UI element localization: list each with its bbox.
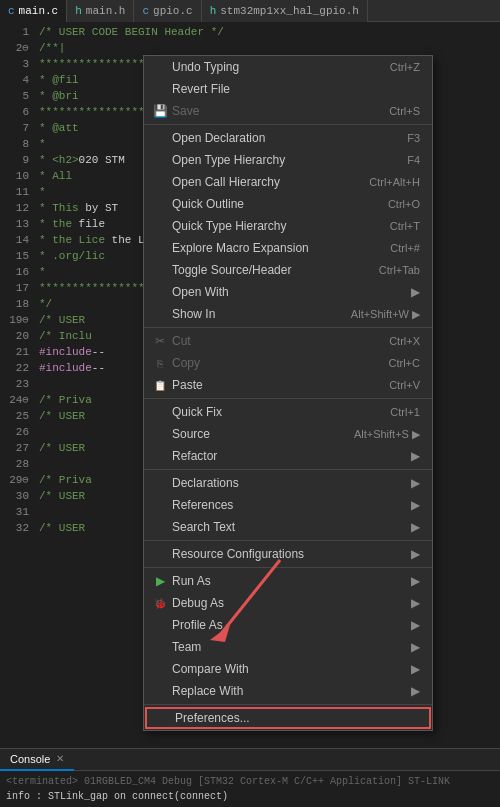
menu-label-replace-with: Replace With (172, 684, 243, 698)
context-menu: Undo Typing Ctrl+Z Revert File 💾 Save Ct… (143, 55, 433, 731)
menu-item-debug-as[interactable]: 🐞 Debug As ▶ (144, 592, 432, 614)
menu-item-quick-type[interactable]: Quick Type Hierarchy Ctrl+T (144, 215, 432, 237)
menu-item-explore-macro[interactable]: Explore Macro Expansion Ctrl+# (144, 237, 432, 259)
menu-item-cut[interactable]: ✂ Cut Ctrl+X (144, 330, 432, 352)
menu-shortcut-open-type: F4 (407, 154, 420, 166)
tab-bar: c main.c h main.h c gpio.c h stm32mp1xx_… (0, 0, 500, 22)
tab-gpio-c[interactable]: c gpio.c (134, 0, 201, 22)
menu-shortcut-save: Ctrl+S (389, 105, 420, 117)
bottom-tab-bar: Console ✕ (0, 749, 500, 771)
run-icon: ▶ (152, 574, 168, 588)
code-line-1: /* USER CODE BEGIN Header */ (39, 24, 500, 40)
menu-item-revert[interactable]: Revert File (144, 78, 432, 100)
menu-shortcut-undo: Ctrl+Z (390, 61, 420, 73)
menu-item-declarations[interactable]: Declarations ▶ (144, 472, 432, 494)
tab-stm32[interactable]: h stm32mp1xx_hal_gpio.h (202, 0, 368, 22)
separator-6 (144, 567, 432, 568)
menu-item-preferences[interactable]: Preferences... (145, 707, 431, 729)
menu-label-run-as: Run As (172, 574, 211, 588)
menu-item-refactor[interactable]: Refactor ▶ (144, 445, 432, 467)
menu-label-revert: Revert File (172, 82, 230, 96)
menu-item-undo[interactable]: Undo Typing Ctrl+Z (144, 56, 432, 78)
close-icon-console[interactable]: ✕ (56, 753, 64, 764)
menu-label-open-decl: Open Declaration (172, 131, 265, 145)
menu-label-open-type: Open Type Hierarchy (172, 153, 285, 167)
menu-item-open-type[interactable]: Open Type Hierarchy F4 (144, 149, 432, 171)
menu-item-open-with[interactable]: Open With ▶ (144, 281, 432, 303)
menu-item-open-call[interactable]: Open Call Hierarchy Ctrl+Alt+H (144, 171, 432, 193)
separator-1 (144, 124, 432, 125)
chevron-right-icon-refactor: ▶ (411, 449, 420, 463)
menu-item-references[interactable]: References ▶ (144, 494, 432, 516)
menu-label-copy: Copy (172, 356, 200, 370)
menu-shortcut-show-in: Alt+Shift+W ▶ (351, 308, 420, 321)
menu-item-team[interactable]: Team ▶ (144, 636, 432, 658)
code-line-2: /**| (39, 40, 500, 56)
menu-item-run-as[interactable]: ▶ Run As ▶ (144, 570, 432, 592)
menu-label-explore-macro: Explore Macro Expansion (172, 241, 309, 255)
menu-item-compare-with[interactable]: Compare With ▶ (144, 658, 432, 680)
menu-label-save: Save (172, 104, 199, 118)
menu-shortcut-paste: Ctrl+V (389, 379, 420, 391)
menu-label-paste: Paste (172, 378, 203, 392)
menu-item-save[interactable]: 💾 Save Ctrl+S (144, 100, 432, 122)
chevron-right-icon-open-with: ▶ (411, 285, 420, 299)
menu-shortcut-copy: Ctrl+C (389, 357, 420, 369)
menu-label-quick-outline: Quick Outline (172, 197, 244, 211)
menu-item-toggle-source[interactable]: Toggle Source/Header Ctrl+Tab (144, 259, 432, 281)
tab-icon-stm32: h (210, 5, 217, 17)
separator-2 (144, 327, 432, 328)
separator-4 (144, 469, 432, 470)
menu-label-refactor: Refactor (172, 449, 217, 463)
menu-item-copy[interactable]: ⎘ Copy Ctrl+C (144, 352, 432, 374)
menu-shortcut-cut: Ctrl+X (389, 335, 420, 347)
menu-label-source: Source (172, 427, 210, 441)
menu-item-quick-outline[interactable]: Quick Outline Ctrl+O (144, 193, 432, 215)
tab-main-h[interactable]: h main.h (67, 0, 134, 22)
menu-item-open-decl[interactable]: Open Declaration F3 (144, 127, 432, 149)
tab-icon-main-h: h (75, 5, 82, 17)
menu-label-debug-as: Debug As (172, 596, 224, 610)
menu-item-quick-fix[interactable]: Quick Fix Ctrl+1 (144, 401, 432, 423)
chevron-right-icon-profile-as: ▶ (411, 618, 420, 632)
menu-shortcut-open-decl: F3 (407, 132, 420, 144)
tab-console[interactable]: Console ✕ (0, 749, 74, 771)
menu-item-show-in[interactable]: Show In Alt+Shift+W ▶ (144, 303, 432, 325)
chevron-right-icon-compare-with: ▶ (411, 662, 420, 676)
menu-label-show-in: Show In (172, 307, 215, 321)
menu-label-undo: Undo Typing (172, 60, 239, 74)
menu-label-open-call: Open Call Hierarchy (172, 175, 280, 189)
line-numbers: 1 2⊖ 3 4 5 6 7 8 9 10 11 12 13 14 15 16 … (0, 22, 35, 742)
separator-3 (144, 398, 432, 399)
menu-item-replace-with[interactable]: Replace With ▶ (144, 680, 432, 702)
tab-label-gpio-c: gpio.c (153, 5, 193, 17)
menu-shortcut-quick-type: Ctrl+T (390, 220, 420, 232)
chevron-right-icon-search-text: ▶ (411, 520, 420, 534)
menu-item-profile-as[interactable]: Profile As ▶ (144, 614, 432, 636)
tab-main-c[interactable]: c main.c (0, 0, 67, 22)
menu-label-cut: Cut (172, 334, 191, 348)
console-content: <terminated> 01RGBLED_CM4 Debug [STM32 C… (0, 771, 500, 807)
menu-item-paste[interactable]: 📋 Paste Ctrl+V (144, 374, 432, 396)
tab-icon-main-c: c (8, 5, 15, 17)
save-icon: 💾 (152, 104, 168, 118)
chevron-right-icon-replace-with: ▶ (411, 684, 420, 698)
chevron-right-icon-references: ▶ (411, 498, 420, 512)
separator-7 (144, 704, 432, 705)
chevron-right-icon-declarations: ▶ (411, 476, 420, 490)
tab-label-main-h: main.h (86, 5, 126, 17)
chevron-right-icon-debug-as: ▶ (411, 596, 420, 610)
menu-label-open-with: Open With (172, 285, 229, 299)
menu-item-source[interactable]: Source Alt+Shift+S ▶ (144, 423, 432, 445)
tab-label-main-c: main.c (19, 5, 59, 17)
menu-shortcut-quick-outline: Ctrl+O (388, 198, 420, 210)
chevron-right-icon-resource-config: ▶ (411, 547, 420, 561)
menu-label-team: Team (172, 640, 201, 654)
menu-item-resource-config[interactable]: Resource Configurations ▶ (144, 543, 432, 565)
menu-label-toggle-source: Toggle Source/Header (172, 263, 291, 277)
menu-label-resource-config: Resource Configurations (172, 547, 304, 561)
menu-shortcut-explore-macro: Ctrl+# (390, 242, 420, 254)
menu-item-search-text[interactable]: Search Text ▶ (144, 516, 432, 538)
menu-label-preferences: Preferences... (175, 711, 250, 725)
menu-label-declarations: Declarations (172, 476, 239, 490)
